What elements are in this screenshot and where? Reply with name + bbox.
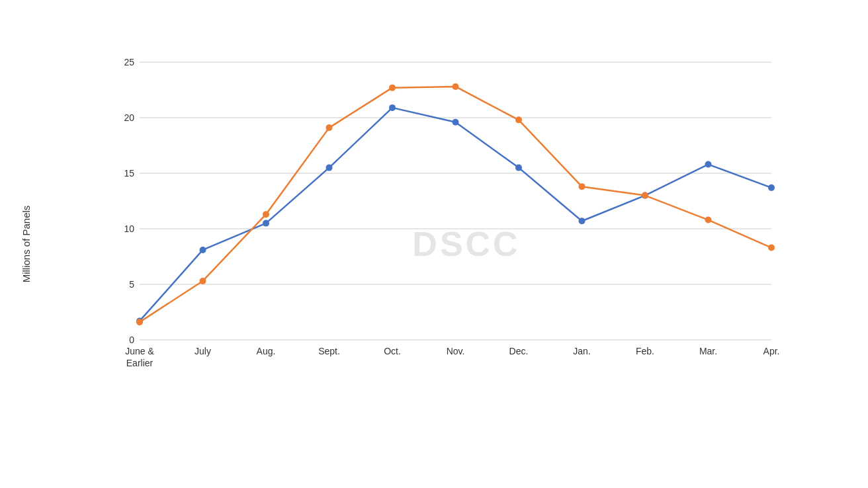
svg-point-35 xyxy=(136,319,143,325)
svg-point-26 xyxy=(263,220,269,227)
y-axis-label: Millions of Panels xyxy=(21,206,32,283)
svg-text:Feb.: Feb. xyxy=(636,346,654,356)
svg-point-28 xyxy=(389,104,396,111)
svg-point-34 xyxy=(768,184,775,191)
svg-text:Apr.: Apr. xyxy=(763,346,780,356)
svg-text:July: July xyxy=(195,346,211,356)
svg-text:Sept.: Sept. xyxy=(318,346,340,356)
svg-text:10: 10 xyxy=(124,224,134,234)
svg-text:Dec.: Dec. xyxy=(509,346,529,356)
svg-text:20: 20 xyxy=(124,112,134,123)
svg-text:June &: June & xyxy=(125,346,154,356)
chart-svg: 0510152025June &EarlierJulyAug.Sept.Oct.… xyxy=(103,39,791,389)
svg-point-44 xyxy=(705,217,712,224)
svg-point-29 xyxy=(453,119,459,126)
svg-point-40 xyxy=(453,83,459,90)
svg-point-27 xyxy=(326,165,333,171)
svg-point-30 xyxy=(515,165,522,171)
svg-text:0: 0 xyxy=(129,335,134,345)
chart-area: 0510152025June &EarlierJulyAug.Sept.Oct.… xyxy=(103,39,791,389)
svg-text:Oct.: Oct. xyxy=(384,346,401,356)
svg-point-41 xyxy=(515,116,522,123)
svg-text:15: 15 xyxy=(124,168,134,179)
svg-point-33 xyxy=(705,161,712,168)
svg-point-36 xyxy=(200,278,206,284)
svg-text:25: 25 xyxy=(124,57,134,67)
svg-point-25 xyxy=(200,247,206,253)
chart-container: Millions of Panels DSCC 0510152025June &… xyxy=(37,19,831,469)
svg-text:Jan.: Jan. xyxy=(573,346,590,356)
svg-text:5: 5 xyxy=(129,279,134,290)
svg-point-37 xyxy=(263,211,269,218)
svg-point-45 xyxy=(768,245,775,251)
svg-text:Aug.: Aug. xyxy=(257,346,276,356)
svg-text:Earlier: Earlier xyxy=(126,358,153,368)
svg-text:Nov.: Nov. xyxy=(447,346,465,356)
svg-point-38 xyxy=(326,124,333,131)
svg-text:Mar.: Mar. xyxy=(699,346,717,356)
svg-point-39 xyxy=(389,85,396,91)
svg-point-43 xyxy=(642,192,648,199)
svg-point-42 xyxy=(579,183,586,190)
svg-point-31 xyxy=(579,218,586,224)
